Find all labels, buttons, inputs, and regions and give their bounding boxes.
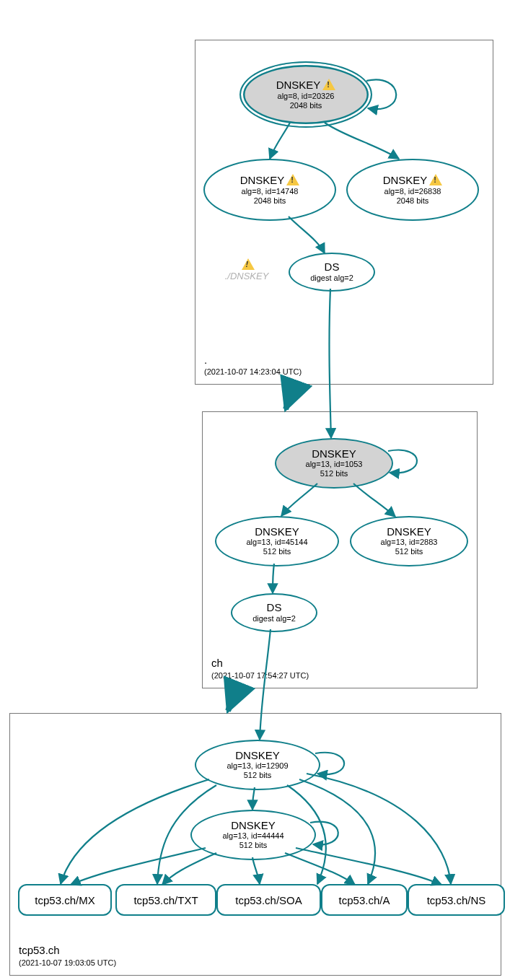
node-sub2: 2048 bits bbox=[254, 196, 286, 206]
node-sub1: digest alg=2 bbox=[252, 614, 296, 624]
node-rr-soa: tcp53.ch/SOA bbox=[216, 884, 321, 916]
zone-ch-ts: (2021-10-07 17:54:27 UTC) bbox=[211, 671, 309, 680]
node-rr-mx: tcp53.ch/MX bbox=[18, 884, 112, 916]
node-root-ds: DS digest alg=2 bbox=[289, 253, 375, 292]
warning-icon bbox=[429, 174, 442, 185]
node-rr-a: tcp53.ch/A bbox=[321, 884, 408, 916]
node-title: DNSKEY bbox=[383, 174, 443, 187]
node-root-ghost: ./DNSKEY bbox=[218, 258, 276, 281]
zone-leaf-ts: (2021-10-07 19:03:05 UTC) bbox=[19, 958, 116, 967]
zone-ch-name: ch bbox=[211, 657, 223, 669]
node-sub2: 2048 bits bbox=[397, 196, 429, 206]
node-sub2: 512 bits bbox=[395, 547, 423, 556]
node-sub1: digest alg=2 bbox=[310, 274, 353, 283]
node-sub1: alg=13, id=2883 bbox=[381, 538, 438, 547]
node-title: DNSKEY bbox=[235, 750, 280, 762]
node-sub2: 512 bits bbox=[320, 469, 348, 478]
zone-root-ts: (2021-10-07 14:23:04 UTC) bbox=[204, 367, 302, 376]
node-root-zsk1: DNSKEY alg=8, id=14748 2048 bits bbox=[203, 159, 336, 221]
node-sub2: 2048 bits bbox=[290, 101, 322, 110]
node-rr-txt: tcp53.ch/TXT bbox=[115, 884, 216, 916]
node-sub1: alg=13, id=12909 bbox=[227, 761, 288, 771]
node-sub1: alg=13, id=1053 bbox=[306, 460, 363, 469]
warning-icon bbox=[322, 79, 335, 90]
node-title: DNSKEY bbox=[387, 526, 431, 538]
zone-root-name: . bbox=[204, 354, 207, 366]
node-title: DNSKEY bbox=[255, 526, 299, 538]
node-ch-zsk1: DNSKEY alg=13, id=45144 512 bits bbox=[215, 516, 339, 566]
node-leaf-zsk: DNSKEY alg=13, id=44444 512 bits bbox=[190, 810, 316, 860]
warning-icon bbox=[242, 258, 255, 270]
node-sub1: alg=8, id=20326 bbox=[278, 92, 335, 101]
node-title: DNSKEY bbox=[231, 820, 276, 832]
node-root-ksk: DNSKEY alg=8, id=20326 2048 bits bbox=[239, 61, 372, 128]
node-rr-ns: tcp53.ch/NS bbox=[408, 884, 505, 916]
node-title: DNSKEY bbox=[240, 174, 300, 187]
node-ch-zsk2: DNSKEY alg=13, id=2883 512 bits bbox=[350, 516, 468, 566]
node-sub1: alg=8, id=26838 bbox=[384, 187, 441, 196]
node-title: DNSKEY bbox=[276, 79, 336, 92]
node-title: DS bbox=[267, 602, 282, 614]
warning-icon bbox=[286, 174, 299, 185]
node-title: DS bbox=[325, 261, 340, 274]
node-ch-ds: DS digest alg=2 bbox=[231, 593, 317, 632]
node-sub1: alg=13, id=44444 bbox=[222, 831, 283, 841]
node-leaf-ksk: DNSKEY alg=13, id=12909 512 bits bbox=[195, 740, 320, 790]
node-ch-ksk: DNSKEY alg=13, id=1053 512 bits bbox=[275, 438, 393, 489]
node-sub2: 512 bits bbox=[239, 841, 268, 850]
node-title: DNSKEY bbox=[312, 448, 356, 460]
node-sub1: alg=13, id=45144 bbox=[246, 538, 307, 547]
node-root-zsk2: DNSKEY alg=8, id=26838 2048 bits bbox=[346, 159, 479, 221]
node-sub2: 512 bits bbox=[263, 547, 291, 556]
zone-leaf-name: tcp53.ch bbox=[19, 944, 60, 956]
node-sub1: alg=8, id=14748 bbox=[242, 187, 299, 196]
node-sub2: 512 bits bbox=[244, 771, 272, 780]
